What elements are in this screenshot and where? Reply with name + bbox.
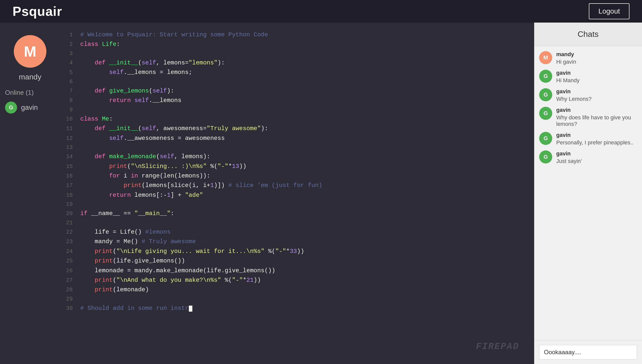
chat-message-3: G gavin Why Lemons? xyxy=(539,88,637,102)
gavin-avatar-chat: G xyxy=(539,70,552,83)
app-title: Psquair xyxy=(13,4,62,19)
gavin-avatar-chat: G xyxy=(539,150,552,163)
code-line: 6 xyxy=(60,77,534,86)
code-editor[interactable]: 1# Welcome to Psquair: Start writing som… xyxy=(60,23,534,364)
chat-message-text: Personally, I prefer pineapples.. xyxy=(556,139,633,146)
chat-message-content: gavin Just sayin' xyxy=(556,150,582,164)
sidebar: M mandy Online (1) G gavin xyxy=(0,23,60,364)
code-line: 11 def __init__(self, awesomeness="Truly… xyxy=(60,124,534,133)
topnav: Psquair Logout xyxy=(0,0,642,23)
code-line: 1# Welcome to Psquair: Start writing som… xyxy=(60,30,534,40)
mandy-avatar: M xyxy=(539,51,552,64)
chat-message-content: gavin Personally, I prefer pineapples.. xyxy=(556,132,633,146)
code-line: 16 for i in range(len(lemons)): xyxy=(60,171,534,181)
chat-message-4: G gavin Why does life have to give you l… xyxy=(539,107,637,127)
chat-message-user: gavin xyxy=(556,107,637,113)
chat-input[interactable] xyxy=(539,345,637,359)
code-line: 3 xyxy=(60,49,534,58)
chat-message-content: mandy Hi gavin xyxy=(556,51,576,65)
code-line: 27 print("\nAnd what do you make?\n%s" %… xyxy=(60,276,534,285)
code-line: 17 print(lemons[slice(i, i+1)]) # slice … xyxy=(60,181,534,190)
gavin-avatar: G xyxy=(5,102,17,114)
chat-message-content: gavin Why does life have to give you lem… xyxy=(556,107,637,127)
code-line: 13 xyxy=(60,143,534,152)
chat-message-text: Just sayin' xyxy=(556,158,582,164)
code-line: 25 print(life.give_lemons()) xyxy=(60,256,534,266)
code-line: 7 def give_lemons(self): xyxy=(60,86,534,96)
code-line: 28 print(lemonade) xyxy=(60,285,534,295)
chat-message-text: Why Lemons? xyxy=(556,96,592,102)
main-content: M mandy Online (1) G gavin 1# Welcome to… xyxy=(0,23,642,364)
sidebar-item-gavin[interactable]: G gavin xyxy=(0,102,38,114)
code-line: 5 self.__lemons = lemons; xyxy=(60,68,534,77)
code-line: 9 xyxy=(60,106,534,114)
code-line: 19 xyxy=(60,200,534,209)
chat-message-user: mandy xyxy=(556,51,576,58)
chat-header: Chats xyxy=(534,23,642,46)
chat-message-text: Hi gavin xyxy=(556,59,576,65)
chat-message-2: G gavin Hi Mandy xyxy=(539,70,637,84)
code-line: 4 def __init__(self, lemons="lemons"): xyxy=(60,58,534,68)
firepad-watermark: FIREPAD xyxy=(476,339,519,354)
code-line: 26 lemonade = mandy.make_lemonade(life.g… xyxy=(60,266,534,276)
code-line: 10class Me: xyxy=(60,114,534,124)
code-line: 29 xyxy=(60,295,534,304)
code-line: 23 mandy = Me() # Truly awesome xyxy=(60,237,534,246)
username-label: mandy xyxy=(19,73,41,81)
chat-messages: M mandy Hi gavin G gavin Hi Mandy G gavi… xyxy=(534,46,642,340)
avatar: M xyxy=(14,35,46,68)
code-line: 2class Life: xyxy=(60,40,534,49)
chat-message-5: G gavin Personally, I prefer pineapples.… xyxy=(539,132,637,146)
code-line: 21 xyxy=(60,219,534,227)
chat-input-area xyxy=(534,340,642,364)
gavin-avatar-chat: G xyxy=(539,88,552,101)
chat-message-user: gavin xyxy=(556,132,633,138)
chat-message-user: gavin xyxy=(556,88,592,95)
logout-button[interactable]: Logout xyxy=(589,3,629,19)
code-line: 20if __name__ == "__main__": xyxy=(60,209,534,218)
code-line: 15 print("\nSlicing... :)\n%s" %("-"*13)… xyxy=(60,162,534,171)
chat-message-user: gavin xyxy=(556,70,580,76)
code-line: 30# Should add in some run instr xyxy=(60,304,534,313)
chat-message-text: Why does life have to give you lemons? xyxy=(556,114,637,127)
online-status: Online (1) xyxy=(0,89,34,97)
gavin-avatar-chat: G xyxy=(539,107,552,120)
code-line: 24 print("\nLife giving you... wait for … xyxy=(60,247,534,256)
code-line: 18 return lemons[:-1] + "ade" xyxy=(60,191,534,200)
chat-message-user: gavin xyxy=(556,150,582,157)
gavin-avatar-chat: G xyxy=(539,132,552,145)
code-line: 14 def make_lemonade(self, lemons): xyxy=(60,152,534,161)
gavin-name: gavin xyxy=(21,104,38,112)
chat-message-1: M mandy Hi gavin xyxy=(539,51,637,65)
chat-message-6: G gavin Just sayin' xyxy=(539,150,637,164)
chat-sidebar: Chats M mandy Hi gavin G gavin Hi Mandy … xyxy=(534,23,642,364)
code-line: 22 life = Life() #lemons xyxy=(60,227,534,237)
code-line: 12 self.__awesomeness = awesomeness xyxy=(60,134,534,143)
chat-message-content: gavin Hi Mandy xyxy=(556,70,580,84)
chat-message-content: gavin Why Lemons? xyxy=(556,88,592,102)
chat-message-text: Hi Mandy xyxy=(556,77,580,84)
code-line: 8 return self.__lemons xyxy=(60,96,534,105)
